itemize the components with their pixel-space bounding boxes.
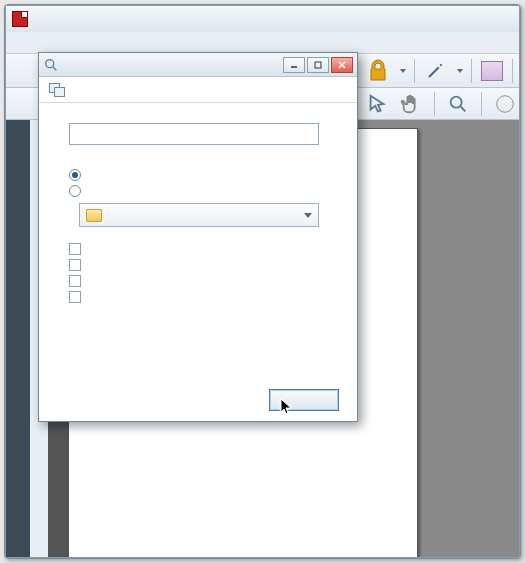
select-tool-icon[interactable]	[366, 93, 388, 115]
folder-icon	[86, 209, 102, 222]
maximize-button[interactable]	[307, 57, 329, 73]
location-combo[interactable]	[79, 203, 319, 227]
search-icon	[43, 57, 59, 73]
secure-lock-icon[interactable]	[366, 59, 390, 83]
hand-tool-icon[interactable]	[400, 93, 422, 115]
arrange-windows-link[interactable]	[39, 77, 357, 103]
sign-pen-icon[interactable]	[423, 59, 447, 83]
marquee-zoom-icon[interactable]	[447, 93, 469, 115]
chevron-down-icon	[304, 213, 312, 218]
secure-dropdown-caret-icon[interactable]	[400, 69, 406, 73]
check-include-bookmarks[interactable]	[69, 275, 81, 287]
close-button[interactable]	[331, 57, 353, 73]
radio-all-documents[interactable]	[69, 185, 81, 197]
nav-pane-strip[interactable]	[6, 120, 30, 557]
svg-point-2	[46, 59, 54, 67]
zoom-out-icon[interactable]	[494, 93, 516, 115]
search-input[interactable]	[69, 123, 319, 145]
search-dialog	[38, 52, 358, 422]
svg-point-1	[497, 95, 514, 112]
forms-icon[interactable]	[480, 59, 504, 83]
sign-dropdown-caret-icon[interactable]	[457, 69, 463, 73]
search-dialog-titlebar[interactable]	[39, 53, 357, 77]
svg-rect-3	[315, 62, 321, 68]
check-include-comments[interactable]	[69, 291, 81, 303]
check-case-sensitive[interactable]	[69, 259, 81, 271]
pdf-file-icon	[12, 11, 28, 27]
search-button[interactable]	[269, 389, 339, 411]
svg-point-0	[451, 96, 462, 107]
titlebar	[6, 6, 519, 32]
radio-current-document[interactable]	[69, 169, 81, 181]
menubar	[6, 32, 519, 54]
arrange-windows-icon	[49, 83, 65, 97]
minimize-button[interactable]	[283, 57, 305, 73]
check-whole-words[interactable]	[69, 243, 81, 255]
